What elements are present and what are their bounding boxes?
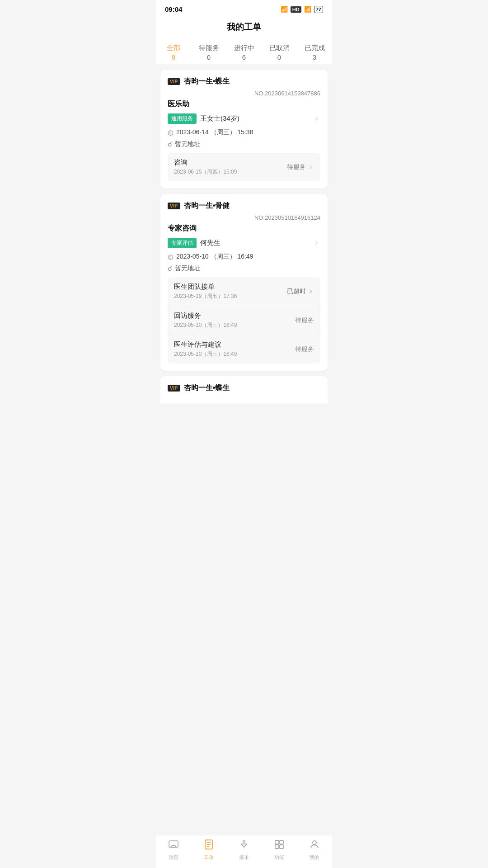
card1-address-row: ☌ 暂无地址	[168, 140, 320, 148]
card2-sub-cards: 医生团队接单 2023-05-19（周五）17:36 已超时 ﹥ 回访服务 20…	[168, 277, 320, 363]
card2-address: 暂无地址	[175, 264, 200, 273]
accept-icon	[239, 839, 249, 853]
order-card-partial: VIP 杏昀一生•蝶生	[160, 376, 328, 404]
mine-icon	[309, 839, 320, 853]
nav-messages[interactable]: 消息	[156, 839, 191, 861]
sub-card-2-2-title: 医生评估与建议	[174, 340, 237, 349]
sub-card-2-1-date: 2023-05-10（周三）16:49	[174, 321, 237, 329]
partial-card-header: VIP 杏昀一生•蝶生	[168, 383, 320, 393]
sub-card-2-2[interactable]: 医生评估与建议 2023-05-10（周三）16:49 待服务	[168, 335, 320, 363]
sub-card-2-2-status: 待服务	[295, 345, 314, 354]
status-bar: 09:04 📶 HD 📶 77	[156, 0, 332, 17]
order-card-2: VIP 杏昀一生•骨健 NO.20230510164916124 专家咨询 专家…	[160, 194, 328, 371]
wifi-icon: 📶	[281, 6, 288, 13]
tab-all-label: 全部	[156, 44, 191, 52]
nav-messages-label: 消息	[169, 854, 178, 861]
nav-functions[interactable]: 功能	[262, 839, 297, 861]
sub-card-2-0[interactable]: 医生团队接单 2023-05-19（周五）17:36 已超时 ﹥	[168, 277, 320, 306]
card1-vip-badge: VIP	[168, 78, 180, 85]
sub-card-1-0-status[interactable]: 待服务 ﹥	[287, 163, 314, 171]
card2-vip-badge: VIP	[168, 203, 180, 209]
card1-service-name: 医乐助	[168, 99, 320, 109]
tab-pending-label: 待服务	[191, 44, 226, 52]
functions-icon	[274, 839, 285, 853]
card1-tag-row[interactable]: 通用服务 王女士(34岁) ﹥	[168, 113, 320, 124]
content-area: VIP 杏昀一生•蝶生 NO.20230614153847886 医乐助 通用服…	[156, 64, 332, 409]
svg-rect-7	[275, 845, 279, 849]
card2-tag-row[interactable]: 专家评估 何先生 ﹥	[168, 238, 320, 248]
status-time: 09:04	[165, 5, 182, 13]
card1-datetime-row: ◍ 2023-06-14 （周三） 15:38	[168, 128, 320, 137]
battery-icon: 77	[314, 6, 323, 13]
nav-functions-label: 功能	[274, 854, 284, 861]
tab-pending[interactable]: 待服务 0	[191, 44, 226, 61]
tab-all[interactable]: 全部 9	[156, 44, 191, 61]
sub-card-2-1-left: 回访服务 2023-05-10（周三）16:49	[174, 311, 237, 329]
bottom-nav: 消息 工单 接单 功能	[156, 835, 332, 868]
clock-icon: ◍	[168, 128, 174, 137]
nav-mine[interactable]: 我的	[297, 839, 332, 861]
card2-patient: 何先生	[200, 239, 221, 247]
sub-card-2-1[interactable]: 回访服务 2023-05-10（周三）16:49 待服务	[168, 306, 320, 335]
card1-sub-cards: 咨询 2023-06-15（周四）15:09 待服务 ﹥	[168, 153, 320, 181]
signal-icon: 📶	[304, 6, 311, 13]
partial-vip-badge: VIP	[168, 385, 180, 392]
card1-patient: 王女士(34岁)	[200, 114, 239, 123]
sub-card-1-0-date: 2023-06-15（周四）15:09	[174, 168, 237, 176]
sub-card-1-0-left: 咨询 2023-06-15（周四）15:09	[174, 158, 237, 176]
tab-cancelled[interactable]: 已取消 0	[262, 44, 297, 61]
card2-chevron-icon: ﹥	[313, 238, 320, 248]
svg-rect-5	[275, 840, 279, 844]
nav-accept-label: 接单	[239, 854, 249, 861]
card2-datetime: 2023-05-10 （周三） 16:49	[176, 253, 253, 261]
card2-tag-left: 专家评估 何先生	[168, 238, 221, 248]
tab-completed-label: 已完成	[297, 44, 332, 52]
clock-icon-2: ◍	[168, 253, 174, 261]
nav-workorder-label: 工单	[204, 854, 214, 861]
tab-all-count: 9	[156, 53, 191, 61]
workorder-icon	[203, 839, 214, 853]
tab-inprogress-count: 6	[226, 53, 262, 61]
card1-title: 杏昀一生•蝶生	[184, 77, 230, 86]
partial-title: 杏昀一生•蝶生	[184, 383, 230, 393]
tab-cancelled-label: 已取消	[262, 44, 297, 52]
svg-point-9	[313, 841, 316, 844]
location-icon: ☌	[168, 140, 172, 148]
sub-card-2-0-status[interactable]: 已超时 ﹥	[287, 288, 314, 296]
messages-icon	[168, 839, 179, 853]
svg-rect-0	[169, 841, 178, 847]
card2-service-name: 专家咨询	[168, 224, 320, 233]
sub-card-1-0[interactable]: 咨询 2023-06-15（周四）15:09 待服务 ﹥	[168, 153, 320, 181]
tab-inprogress[interactable]: 进行中 6	[226, 44, 262, 61]
order-card-1: VIP 杏昀一生•蝶生 NO.20230614153847886 医乐助 通用服…	[160, 70, 328, 189]
sub-card-1-0-chevron: ﹥	[308, 163, 314, 171]
nav-workorder[interactable]: 工单	[191, 839, 226, 861]
sub-card-2-2-left: 医生评估与建议 2023-05-10（周三）16:49	[174, 340, 237, 358]
card1-tag-left: 通用服务 王女士(34岁)	[168, 113, 239, 124]
card2-title: 杏昀一生•骨健	[184, 201, 230, 211]
tab-cancelled-count: 0	[262, 53, 297, 61]
location-icon-2: ☌	[168, 264, 172, 273]
sub-card-2-0-left: 医生团队接单 2023-05-19（周五）17:36	[174, 283, 237, 300]
nav-accept[interactable]: 接单	[226, 839, 262, 861]
sub-card-2-2-date: 2023-05-10（周三）16:49	[174, 350, 237, 358]
sub-card-1-0-title: 咨询	[174, 158, 237, 167]
tab-bar: 全部 9 待服务 0 进行中 6 已取消 0 已完成 3	[156, 39, 332, 64]
sub-card-2-1-title: 回访服务	[174, 311, 237, 320]
sub-card-2-0-chevron: ﹥	[308, 288, 314, 296]
sub-card-2-1-status: 待服务	[295, 316, 314, 325]
page-title: 我的工单	[156, 17, 332, 39]
svg-rect-8	[280, 845, 283, 849]
svg-rect-6	[280, 840, 283, 844]
nav-mine-label: 我的	[310, 854, 319, 861]
tab-completed[interactable]: 已完成 3	[297, 44, 332, 61]
card1-address: 暂无地址	[175, 140, 200, 148]
card1-order-no: NO.20230614153847886	[168, 90, 320, 97]
card2-header: VIP 杏昀一生•骨健	[168, 201, 320, 211]
card2-tag: 专家评估	[168, 238, 197, 248]
card2-order-no: NO.20230510164916124	[168, 214, 320, 221]
tab-completed-count: 3	[297, 53, 332, 61]
card1-header: VIP 杏昀一生•蝶生	[168, 77, 320, 86]
card1-chevron-icon: ﹥	[313, 114, 320, 123]
tab-pending-count: 0	[191, 53, 226, 61]
